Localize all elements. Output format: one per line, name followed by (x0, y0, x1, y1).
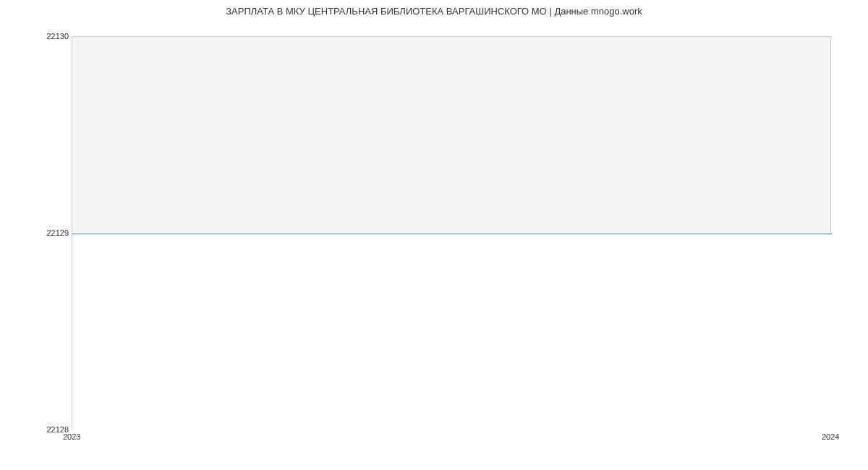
data-line (72, 234, 832, 235)
y-tick-label: 22129 (46, 228, 69, 237)
area-fill (72, 234, 832, 430)
y-tick-label: 22130 (46, 32, 69, 40)
plot-area (72, 36, 831, 430)
x-tick-label: 2024 (822, 432, 839, 441)
x-tick-label: 2023 (63, 432, 80, 441)
chart-title: ЗАРПЛАТА В МКУ ЦЕНТРАЛЬНАЯ БИБЛИОТЕКА ВА… (0, 6, 868, 17)
